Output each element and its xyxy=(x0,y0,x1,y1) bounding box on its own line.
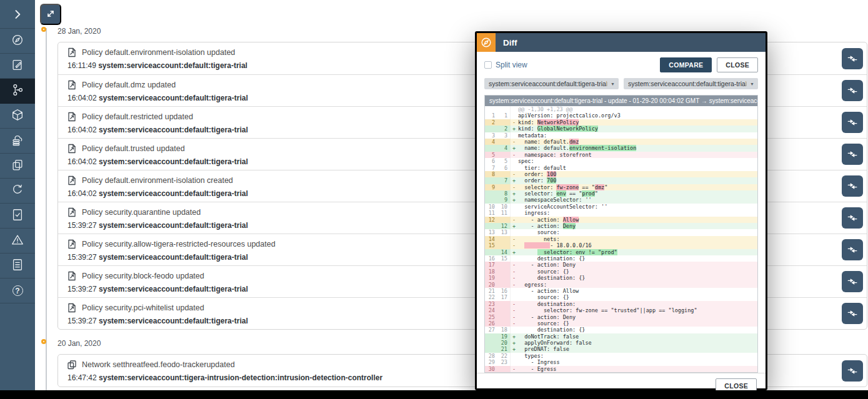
sidebar-item-namespaces[interactable] xyxy=(0,154,35,179)
event-title-text: Policy default.dmz updated xyxy=(82,81,176,89)
sidebar-item-dashboard[interactable] xyxy=(0,29,35,54)
event-time: 16:11:49 xyxy=(67,61,98,70)
compare-button[interactable]: COMPARE xyxy=(660,57,712,72)
diff-hunk-line: @@ -1,30 +1,23 @@ xyxy=(485,106,757,112)
open-diff-button[interactable] xyxy=(842,144,863,165)
event-time: 15:39:27 xyxy=(67,253,99,262)
left-version-select-value: system:serviceaccount:default:tigera-tri… xyxy=(489,80,607,87)
policy-edit-icon xyxy=(67,303,77,313)
bottom-black-strip xyxy=(0,390,868,399)
sidebar-item-refresh[interactable] xyxy=(0,179,35,204)
diff-code-line: 2923 - Ingress xyxy=(485,359,757,365)
diff-code-line: 2718 destination: {} xyxy=(485,327,757,333)
split-view-toggle[interactable]: Split view xyxy=(484,61,527,69)
diff-code-line: 19- destination: {} xyxy=(485,275,757,281)
right-version-select[interactable]: system:serviceaccount:default:tigera-tri… xyxy=(624,78,758,89)
event-time: 16:04:02 xyxy=(67,126,99,134)
compass-logo-icon xyxy=(477,33,496,52)
open-diff-button[interactable] xyxy=(842,303,863,324)
event-title-text: Policy default.environment-isolation upd… xyxy=(82,48,235,57)
expand-diagonal-arrows-icon xyxy=(45,8,56,21)
event-service-account: system:serviceaccount:default:tigera-tri… xyxy=(99,253,248,262)
compare-arrows-icon xyxy=(847,85,858,96)
sidebar-item-compliance[interactable] xyxy=(0,204,35,229)
diff-code-line: 2+kind: GlobalNetworkPolicy xyxy=(485,126,757,132)
timeline-date-label: 20 Jan, 2020 xyxy=(57,339,101,348)
diff-version-selects: system:serviceaccount:default:tigera-tri… xyxy=(477,76,766,95)
network-graph-icon xyxy=(11,83,24,99)
event-title-text: Policy security.quarantine updated xyxy=(82,208,201,217)
compare-arrows-icon xyxy=(847,244,858,255)
event-service-account: system:serviceaccount:default:tigera-tri… xyxy=(99,126,248,134)
sidebar-item-network-activity[interactable] xyxy=(0,79,35,104)
sidebar-item-policies[interactable] xyxy=(0,54,35,79)
close-button-top[interactable]: CLOSE xyxy=(717,57,758,72)
cube-icon xyxy=(11,108,24,124)
help-icon: ? xyxy=(12,285,23,296)
open-diff-button[interactable] xyxy=(842,239,863,260)
open-diff-button[interactable] xyxy=(842,80,863,101)
edit-document-icon xyxy=(11,58,24,74)
diff-code-line: 19+ doNotTrack: false xyxy=(485,333,757,340)
diff-code-line: 5- namespace: storefront xyxy=(485,152,757,158)
document-list-icon xyxy=(11,258,24,274)
event-service-account: system:serviceaccount:default:tigera-tri… xyxy=(99,317,248,325)
open-diff-button[interactable] xyxy=(842,112,863,133)
diff-code-line: 65spec: xyxy=(485,158,757,164)
compare-arrows-icon xyxy=(847,276,858,287)
chevron-down-icon: ▼ xyxy=(607,82,616,86)
diff-code-line: 1615 destination: {} xyxy=(485,255,757,262)
sidebar-item-help[interactable]: ? xyxy=(0,278,35,303)
diff-code-line: 2-kind: NetworkPolicy xyxy=(485,119,757,126)
cloud-stack-icon xyxy=(11,133,24,149)
open-diff-button[interactable] xyxy=(842,48,863,69)
sidebar-expand-chevron-icon[interactable] xyxy=(0,0,35,29)
diff-modal-titlebar: Diff xyxy=(477,33,766,52)
diff-code-line: 21+ preDNAT: false xyxy=(485,346,757,352)
diff-code-line: 1010 serviceAccountSelector: '' xyxy=(485,204,757,210)
document-check-icon xyxy=(11,208,24,224)
diff-code-line: 2822 types: xyxy=(485,353,757,359)
compare-arrows-icon xyxy=(847,212,858,224)
open-diff-button[interactable] xyxy=(842,175,863,197)
diff-code-line: 14+ selector: env != "prod" xyxy=(485,249,757,255)
sidebar-item-workloads[interactable] xyxy=(0,104,35,129)
event-time: 16:04:02 xyxy=(67,94,99,102)
diff-modal: Diff Split view COMPARE CLOSE system:ser… xyxy=(475,31,767,390)
diff-code-line: 2217 source: {} xyxy=(485,294,757,300)
diff-code-line: 9+ namespaceSelector: '' xyxy=(485,197,757,203)
diff-body: @@ -1,30 +1,23 @@11apiVersion: projectca… xyxy=(485,106,757,372)
split-view-label: Split view xyxy=(496,61,527,69)
diff-code-line: 2116 - action: Allow xyxy=(485,288,757,294)
expand-timeline-button[interactable] xyxy=(40,4,61,25)
diff-code-line: 1313 source: xyxy=(485,229,757,235)
timeline-dot-icon xyxy=(41,27,46,32)
event-time: 15:39:27 xyxy=(67,285,99,293)
event-service-account: system:serviceaccount:default:tigera-tri… xyxy=(99,189,248,198)
left-version-select[interactable]: system:serviceaccount:default:tigera-tri… xyxy=(484,78,619,89)
diff-code-line: 4+ name: default.environment-isolation xyxy=(485,145,757,151)
sidebar-item-alerts[interactable] xyxy=(0,229,35,254)
open-diff-button[interactable] xyxy=(842,360,863,382)
diff-code-line: 24- selector: fw-zone == "trusted"||app … xyxy=(485,307,757,313)
chevron-down-icon: ▼ xyxy=(746,82,756,86)
event-title-text: Policy security.allow-tigera-restricted-… xyxy=(82,240,276,249)
diff-code-line: 20- egress: xyxy=(485,282,757,288)
compare-arrows-icon xyxy=(847,180,858,192)
compare-arrows-icon xyxy=(847,53,858,64)
sidebar-item-cloud-resources[interactable] xyxy=(0,129,35,154)
diff-code-line: 8- order: 100 xyxy=(485,171,757,177)
diff-code-line: 25- - action: Deny xyxy=(485,314,757,320)
policy-edit-icon xyxy=(67,175,77,185)
open-diff-button[interactable] xyxy=(842,271,863,292)
diff-code-line: 18- source: {} xyxy=(485,268,757,275)
diff-code-line: 1111 ingress: xyxy=(485,210,757,216)
split-view-checkbox[interactable] xyxy=(484,61,492,69)
policy-edit-icon xyxy=(67,144,77,154)
sidebar: ? xyxy=(0,0,35,390)
open-diff-button[interactable] xyxy=(842,207,863,229)
diff-code-line: 12- - action: Allow xyxy=(485,217,757,223)
sidebar-item-logs[interactable] xyxy=(0,254,35,278)
event-time: 15:39:27 xyxy=(67,221,99,230)
event-title-text: Policy security.block-feodo updated xyxy=(82,272,204,280)
